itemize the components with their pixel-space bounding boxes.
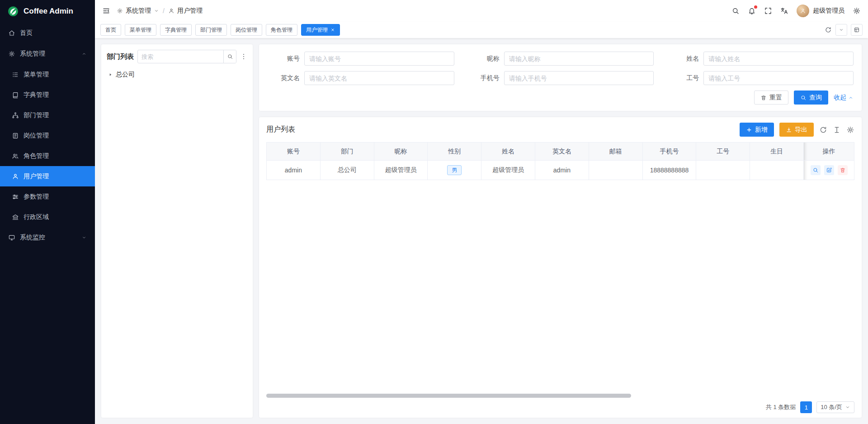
- cell-phone: 18888888888: [642, 161, 696, 180]
- app-logo[interactable]: Coffee Admin: [0, 0, 95, 23]
- field-label: 姓名: [666, 55, 699, 63]
- field-phone: 手机号: [467, 71, 654, 85]
- chevron-up-icon: [81, 51, 87, 57]
- coffee-logo-icon: [7, 5, 19, 17]
- tree-panel-title: 部门列表: [107, 52, 134, 61]
- sidebar-item-user-management[interactable]: 用户管理: [0, 166, 95, 186]
- edit-row-button[interactable]: [824, 165, 834, 175]
- collapse-form-button[interactable]: 收起: [834, 94, 854, 102]
- table-actions: 新增 导出: [740, 123, 854, 137]
- header-actions: 超级管理员: [731, 5, 861, 17]
- tab-post-management[interactable]: 岗位管理: [231, 24, 262, 36]
- app-title: Coffee Admin: [24, 7, 73, 16]
- table-row[interactable]: admin 总公司 超级管理员 男 超级管理员 admin 1888888888…: [267, 161, 854, 180]
- sidebar-item-post-management[interactable]: 岗位管理: [0, 125, 95, 146]
- field-label: 工号: [666, 74, 699, 82]
- breadcrumb-item-user: 用户管理: [177, 7, 203, 15]
- cell-email: [589, 161, 642, 180]
- col-phone: 手机号: [642, 143, 696, 161]
- notification-dot: [754, 5, 757, 9]
- sidebar-item-label: 首页: [20, 29, 33, 37]
- notifications-button[interactable]: [748, 7, 756, 15]
- collapse-sidebar-button[interactable]: [102, 7, 110, 15]
- refresh-table-button[interactable]: [819, 126, 827, 134]
- search-icon: [812, 167, 819, 173]
- people-icon: [12, 152, 19, 160]
- nickname-input[interactable]: [504, 52, 654, 66]
- page-size-select[interactable]: 10 条/页: [816, 401, 854, 413]
- fullscreen-button[interactable]: [764, 7, 772, 15]
- tree-more-button[interactable]: [240, 53, 247, 60]
- chevron-up-icon: [848, 95, 854, 100]
- phone-input[interactable]: [504, 71, 654, 85]
- view-row-button[interactable]: [811, 165, 821, 175]
- tab-dept-management[interactable]: 部门管理: [195, 24, 227, 36]
- tab-user-management[interactable]: 用户管理: [301, 24, 340, 36]
- sidebar-item-menu-management[interactable]: 菜单管理: [0, 64, 95, 85]
- sidebar-item-label: 系统监控: [20, 233, 45, 242]
- sidebar-item-label: 参数管理: [24, 193, 49, 201]
- query-button[interactable]: 查询: [794, 91, 828, 105]
- main-area: 系统管理 / 用户管理: [95, 0, 868, 424]
- close-icon[interactable]: [330, 28, 335, 32]
- home-icon: [8, 29, 15, 37]
- sidebar-item-param-management[interactable]: 参数管理: [0, 186, 95, 207]
- tree-node-head-office[interactable]: 总公司: [107, 69, 247, 81]
- scrollbar-thumb[interactable]: [266, 394, 631, 398]
- sidebar-item-region-management[interactable]: 行政区域: [0, 207, 95, 227]
- sidebar-item-home[interactable]: 首页: [0, 23, 95, 43]
- user-table: 账号 部门 昵称 性别 姓名 英文名 邮箱 手机号 工号 生日 操作: [266, 142, 854, 180]
- add-user-button[interactable]: 新增: [740, 123, 774, 137]
- settings-button[interactable]: [853, 7, 861, 15]
- name-input[interactable]: [703, 52, 854, 66]
- user-name: 超级管理员: [813, 7, 844, 15]
- sidebar-item-dept-management[interactable]: 部门管理: [0, 105, 95, 125]
- badge-icon: [12, 132, 19, 139]
- content-area: 部门列表 总公司: [95, 38, 868, 424]
- tab-menu-management[interactable]: 菜单管理: [125, 24, 156, 36]
- hierarchy-icon: [12, 112, 19, 119]
- tab-options-button[interactable]: [835, 24, 847, 36]
- tree-search-button[interactable]: [223, 50, 236, 63]
- reset-button[interactable]: 重置: [754, 91, 788, 105]
- book-icon: [12, 91, 19, 99]
- col-job-number: 工号: [696, 143, 750, 161]
- breadcrumb-item-system[interactable]: 系统管理: [126, 7, 151, 15]
- delete-row-button[interactable]: [838, 165, 848, 175]
- sidebar-item-role-management[interactable]: 角色管理: [0, 146, 95, 166]
- tree-panel-header: 部门列表: [107, 50, 247, 63]
- cell-account: admin: [267, 161, 321, 180]
- table-title: 用户列表: [266, 125, 295, 134]
- row-density-button[interactable]: [833, 126, 841, 134]
- cell-job-number: [696, 161, 750, 180]
- english-name-input[interactable]: [304, 71, 454, 85]
- page-button-1[interactable]: 1: [800, 401, 812, 413]
- sidebar-item-label: 部门管理: [24, 111, 49, 119]
- tab-bar: 首页 菜单管理 字典管理 部门管理 岗位管理 角色管理 用户管理: [95, 22, 868, 38]
- account-input[interactable]: [304, 52, 454, 66]
- user-menu[interactable]: 超级管理员: [797, 5, 844, 17]
- field-job-number: 工号: [666, 71, 854, 85]
- language-button[interactable]: [780, 7, 788, 15]
- tab-role-management[interactable]: 角色管理: [266, 24, 297, 36]
- refresh-icon: [819, 126, 827, 134]
- cell-operations: [804, 161, 854, 180]
- job-number-input[interactable]: [703, 71, 854, 85]
- column-settings-button[interactable]: [846, 126, 854, 134]
- field-label: 账号: [267, 55, 300, 63]
- tab-dict-management[interactable]: 字典管理: [160, 24, 192, 36]
- export-button[interactable]: 导出: [779, 123, 814, 137]
- tab-home[interactable]: 首页: [100, 24, 121, 36]
- sidebar-item-dict-management[interactable]: 字典管理: [0, 85, 95, 105]
- search-form-card: 账号 昵称 姓名 英文名: [259, 44, 862, 111]
- tree-search-input[interactable]: [138, 53, 223, 60]
- chevron-down-icon: [845, 405, 850, 410]
- refresh-tab-button[interactable]: [825, 26, 832, 33]
- text-height-icon: [833, 126, 841, 134]
- content-fullscreen-button[interactable]: [851, 24, 863, 36]
- sidebar-item-system-monitor[interactable]: 系统监控: [0, 227, 95, 248]
- row-operations: [804, 165, 854, 175]
- sidebar-item-system-management[interactable]: 系统管理: [0, 43, 95, 64]
- search-button[interactable]: [731, 7, 740, 15]
- field-name: 姓名: [666, 52, 854, 66]
